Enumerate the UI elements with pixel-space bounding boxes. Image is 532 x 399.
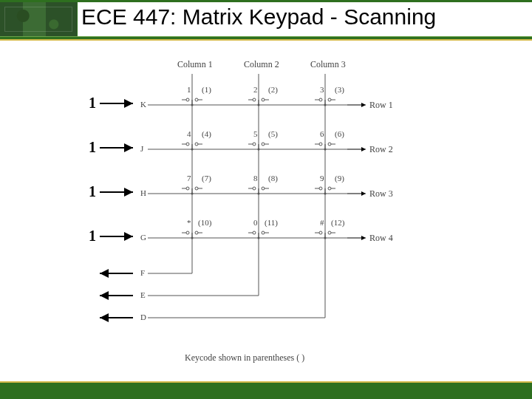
chip-image <box>0 2 78 36</box>
svg-point-27 <box>262 98 265 101</box>
svg-point-82 <box>258 104 260 106</box>
svg-point-71 <box>253 231 256 234</box>
svg-point-42 <box>262 143 265 146</box>
page-title: ECE 447: Matrix Keypad - Scanning <box>81 4 517 30</box>
svg-point-31 <box>319 98 322 101</box>
slide: ECE 447: Matrix Keypad - Scanning Column… <box>0 0 532 399</box>
svg-point-61 <box>319 187 322 190</box>
svg-point-66 <box>186 231 189 234</box>
svg-point-36 <box>186 143 189 146</box>
svg-point-88 <box>258 193 260 195</box>
svg-point-46 <box>319 143 322 146</box>
svg-point-84 <box>191 149 194 151</box>
svg-point-92 <box>324 237 327 239</box>
svg-point-41 <box>253 143 256 146</box>
svg-point-87 <box>191 193 194 195</box>
svg-point-91 <box>258 237 260 239</box>
svg-point-90 <box>191 237 194 239</box>
svg-point-67 <box>195 231 198 234</box>
svg-point-62 <box>328 187 331 190</box>
svg-point-21 <box>186 98 189 101</box>
schematic-diagram: Column 1 Column 2 Column 3 1 1 1 1 K J H… <box>74 59 451 369</box>
svg-point-51 <box>186 187 189 190</box>
svg-point-72 <box>262 231 265 234</box>
svg-point-52 <box>195 187 198 190</box>
svg-point-81 <box>191 104 194 106</box>
divider-gold <box>0 39 532 41</box>
svg-point-89 <box>324 193 327 195</box>
footer-band <box>0 381 532 399</box>
svg-point-85 <box>258 149 260 151</box>
svg-point-83 <box>324 104 327 106</box>
svg-point-77 <box>328 231 331 234</box>
svg-point-86 <box>324 149 327 151</box>
svg-point-47 <box>328 143 331 146</box>
schematic-svg <box>74 59 451 369</box>
svg-point-57 <box>262 187 265 190</box>
svg-point-76 <box>319 231 322 234</box>
svg-point-56 <box>253 187 256 190</box>
svg-point-22 <box>195 98 198 101</box>
svg-point-37 <box>195 143 198 146</box>
svg-point-32 <box>328 98 331 101</box>
svg-point-26 <box>253 98 256 101</box>
